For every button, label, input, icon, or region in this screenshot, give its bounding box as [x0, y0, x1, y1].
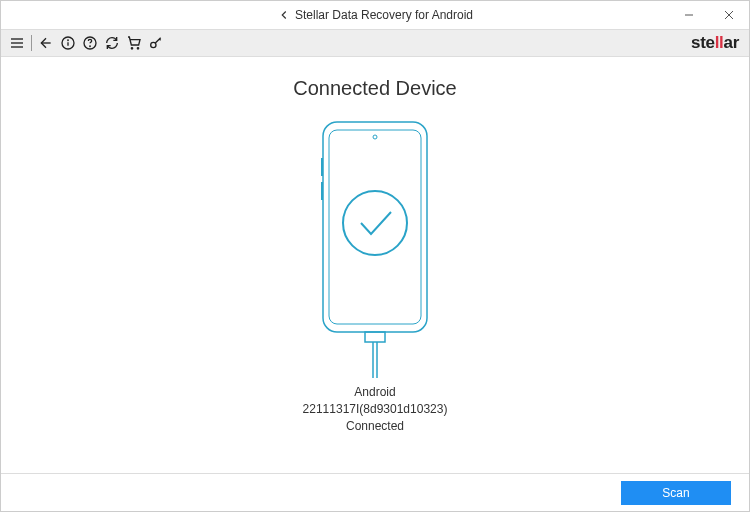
svg-point-14 — [151, 42, 156, 47]
window-title: Stellar Data Recovery for Android — [295, 8, 473, 22]
scan-button[interactable]: Scan — [621, 481, 731, 505]
main-content: Connected Device Android 22111317I(8d930… — [1, 57, 749, 473]
cart-icon[interactable] — [124, 33, 144, 53]
svg-rect-21 — [365, 332, 385, 342]
help-icon[interactable] — [80, 33, 100, 53]
svg-point-13 — [137, 48, 138, 49]
toolbar: stellar — [1, 29, 749, 57]
app-back-icon — [277, 8, 291, 22]
close-button[interactable] — [709, 1, 749, 29]
refresh-icon[interactable] — [102, 33, 122, 53]
menu-icon[interactable] — [7, 33, 27, 53]
phone-icon — [305, 118, 445, 378]
page-title: Connected Device — [293, 77, 456, 100]
phone-illustration: Android 22111317I(8d9301d10323) Connecte… — [303, 118, 448, 434]
svg-point-12 — [131, 48, 132, 49]
back-icon[interactable] — [36, 33, 56, 53]
key-icon[interactable] — [146, 33, 166, 53]
svg-rect-15 — [323, 122, 427, 332]
svg-point-20 — [343, 191, 407, 255]
minimize-button[interactable] — [669, 1, 709, 29]
toolbar-separator — [31, 35, 32, 51]
device-status: Connected — [303, 418, 448, 435]
device-info: Android 22111317I(8d9301d10323) Connecte… — [303, 384, 448, 434]
device-name: Android — [303, 384, 448, 401]
window-titlebar: Stellar Data Recovery for Android — [1, 1, 749, 29]
brand-logo: stellar — [691, 33, 743, 53]
info-icon[interactable] — [58, 33, 78, 53]
svg-point-17 — [373, 135, 377, 139]
svg-point-11 — [90, 46, 91, 47]
device-id: 22111317I(8d9301d10323) — [303, 401, 448, 418]
svg-point-9 — [68, 40, 69, 41]
footer: Scan — [1, 473, 749, 511]
